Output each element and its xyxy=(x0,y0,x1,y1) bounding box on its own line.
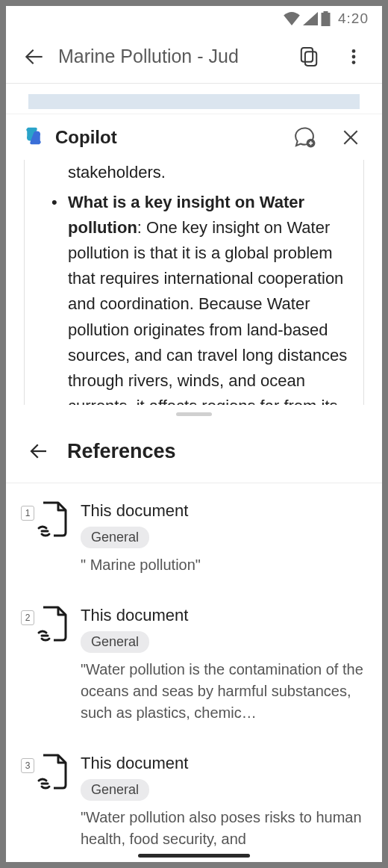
svg-point-3 xyxy=(352,55,356,58)
references-title: References xyxy=(67,440,176,463)
reference-title: This document xyxy=(81,754,366,773)
reference-snippet: " Marine pollution" xyxy=(81,554,366,576)
new-chat-icon[interactable] xyxy=(287,117,322,158)
close-icon[interactable] xyxy=(333,117,369,158)
reference-number: 2 xyxy=(21,610,34,625)
references-back-button[interactable] xyxy=(24,436,54,466)
references-list[interactable]: 1 This document General " Marine polluti… xyxy=(6,483,382,862)
response-bullet-body: : One key insight on Water pollution is … xyxy=(68,218,347,405)
response-bullet: What is a key insight on Water pollution… xyxy=(51,190,348,405)
wifi-icon xyxy=(284,12,300,25)
reference-snippet: "Water pollution also poses risks to hum… xyxy=(81,807,366,850)
reference-number: 3 xyxy=(21,758,34,773)
reference-title: This document xyxy=(81,606,366,625)
status-bar: 4:20 xyxy=(6,6,382,30)
reference-badge: General xyxy=(81,779,149,801)
reference-item[interactable]: 3 This document General "Water pollution… xyxy=(22,754,366,850)
document-link-icon xyxy=(34,501,69,542)
copilot-logo-icon xyxy=(22,125,45,150)
svg-point-2 xyxy=(352,49,356,53)
reference-number: 1 xyxy=(21,506,34,521)
reference-item[interactable]: 1 This document General " Marine polluti… xyxy=(22,501,366,576)
back-button[interactable] xyxy=(13,36,55,78)
svg-point-4 xyxy=(352,61,356,64)
copilot-app-icon[interactable] xyxy=(288,36,330,78)
document-preview-strip xyxy=(6,84,382,114)
battery-icon xyxy=(321,11,331,26)
home-indicator[interactable] xyxy=(138,854,250,858)
references-header: References xyxy=(6,423,382,483)
page-title: Marine Pollution - Jud xyxy=(58,46,285,67)
clock-text: 4:20 xyxy=(338,10,369,27)
response-fragment: stakeholders. xyxy=(51,160,348,185)
drag-handle[interactable] xyxy=(6,405,382,423)
reference-badge: General xyxy=(81,527,149,548)
svg-rect-1 xyxy=(324,11,328,13)
reference-item[interactable]: 2 This document General "Water pollution… xyxy=(22,606,366,724)
document-link-icon xyxy=(34,754,69,794)
cellular-icon xyxy=(303,12,318,25)
reference-badge: General xyxy=(81,631,149,653)
copilot-title: Copilot xyxy=(55,127,276,148)
copilot-header: Copilot xyxy=(6,114,382,160)
reference-title: This document xyxy=(81,501,366,521)
overflow-menu-icon[interactable] xyxy=(333,36,375,78)
svg-rect-0 xyxy=(322,13,331,26)
document-link-icon xyxy=(34,606,69,646)
reference-snippet: "Water pollution is the contamination of… xyxy=(81,659,366,724)
copilot-response-pane[interactable]: stakeholders. What is a key insight on W… xyxy=(6,160,382,405)
app-bar: Marine Pollution - Jud xyxy=(6,30,382,84)
